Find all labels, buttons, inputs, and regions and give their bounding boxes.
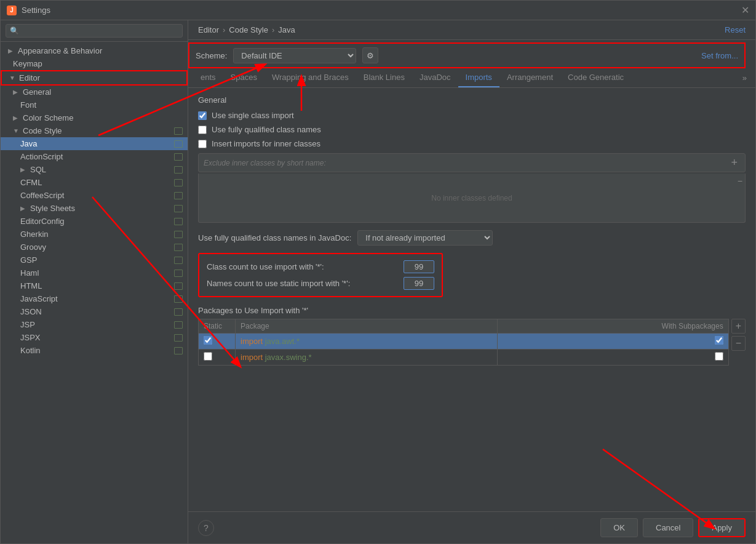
pkg-static-checkbox[interactable] (204, 336, 212, 345)
sidebar-item-json[interactable]: JSON (1, 305, 188, 318)
sidebar-item-label: EditorConfig (20, 217, 65, 226)
row-static (199, 334, 236, 350)
sidebar-tree: ▶ Appearance & Behavior Keymap ▼ Editor (1, 42, 188, 543)
sidebar-item-actionscript[interactable]: ActionScript (1, 150, 188, 163)
expand-arrow: ▶ (20, 205, 28, 212)
sidebar-item-kotlin[interactable]: Kotlin (1, 344, 188, 357)
packages-title: Packages to Use Import with '*' (198, 306, 746, 315)
add-row-button[interactable]: + (731, 319, 746, 334)
set-from-link[interactable]: Set from... (701, 51, 738, 60)
search-bar (1, 20, 188, 42)
tabs-more-button[interactable]: » (739, 69, 750, 87)
app-icon: J (7, 6, 17, 15)
row-static (199, 350, 236, 366)
sidebar-item-jsp[interactable]: JSP (1, 318, 188, 331)
sidebar-item-gsp[interactable]: GSP (1, 254, 188, 266)
sidebar-item-haml[interactable]: Haml (1, 266, 188, 279)
checkbox-inner-input[interactable] (198, 140, 207, 148)
row-package: import java.awt.* (236, 334, 498, 350)
tab-javadoc[interactable]: JavaDoc (412, 68, 458, 87)
sidebar-item-keymap[interactable]: Keymap (1, 57, 188, 70)
tab-blank-lines[interactable]: Blank Lines (356, 68, 412, 87)
remove-exclude-button[interactable]: − (738, 176, 742, 186)
sidebar-item-appearance[interactable]: ▶ Appearance & Behavior (1, 44, 188, 57)
checkbox-single-import-label: Use single class import (212, 111, 294, 120)
names-count-row: Names count to use static import with '*… (207, 277, 434, 290)
sidebar-item-editor[interactable]: ▼ Editor (1, 70, 188, 86)
checkbox-inner: Insert imports for inner classes (198, 139, 746, 148)
sidebar-item-javascript[interactable]: JavaScript (1, 292, 188, 305)
sidebar-item-java[interactable]: Java (1, 137, 188, 150)
scheme-select[interactable]: Default IDE (233, 48, 356, 63)
action-buttons: OK Cancel Apply (600, 518, 746, 537)
scheme-label: Scheme: (196, 51, 227, 60)
sidebar-item-stylesheets[interactable]: ▶ Style Sheets (1, 202, 188, 215)
copy-icon (174, 257, 183, 264)
sidebar-item-jspx[interactable]: JSPX (1, 331, 188, 344)
copy-icon (174, 205, 183, 212)
tab-code-generation[interactable]: Code Generatic (560, 68, 631, 87)
pkg-subpkg-checkbox[interactable] (715, 352, 723, 361)
row-subpackages (497, 334, 728, 350)
gear-button[interactable]: ⚙ (362, 47, 378, 63)
qualified-javadoc-select[interactable]: If not already imported Always Never (357, 230, 493, 246)
remove-row-button[interactable]: − (731, 336, 746, 351)
sidebar-item-label: Font (20, 100, 36, 110)
sidebar-item-label: CFML (20, 178, 42, 187)
checkbox-qualified-input[interactable] (198, 126, 207, 134)
search-input[interactable] (6, 24, 183, 38)
copy-icon (174, 153, 183, 161)
pkg-subpkg-checkbox[interactable] (715, 336, 723, 345)
sidebar-item-label: JSON (20, 307, 42, 316)
row-package: import javax.swing.* (236, 350, 498, 366)
copy-icon (174, 295, 183, 303)
sidebar-item-label: HTML (20, 281, 42, 290)
row-subpackages (497, 350, 728, 366)
ok-button[interactable]: OK (600, 518, 638, 537)
copy-icon (174, 127, 183, 135)
tab-imports[interactable]: Imports (458, 68, 499, 87)
tab-wrapping[interactable]: Wrapping and Braces (265, 68, 356, 87)
sidebar-item-label: GSP (20, 255, 37, 265)
tab-arrangement[interactable]: Arrangement (499, 68, 560, 87)
names-count-input[interactable] (404, 277, 434, 290)
table-row[interactable]: import java.awt.* (199, 334, 729, 350)
col-subpackages: With Subpackages (497, 319, 728, 334)
add-exclude-button[interactable]: + (728, 156, 740, 169)
empty-text: No inner classes defined (431, 194, 512, 202)
expand-arrow: ▶ (13, 114, 20, 121)
table-row[interactable]: import javax.swing.* (199, 350, 729, 366)
tab-spaces[interactable]: Spaces (223, 68, 265, 87)
class-count-row: Class count to use import with '*': (207, 260, 434, 273)
reset-link[interactable]: Reset (725, 25, 746, 34)
sidebar-item-label: Kotlin (20, 346, 41, 355)
tab-ents[interactable]: ents (193, 68, 223, 87)
cancel-button[interactable]: Cancel (643, 518, 693, 537)
sidebar-item-gherkin[interactable]: Gherkin (1, 228, 188, 241)
help-button[interactable]: ? (198, 520, 214, 536)
pkg-static-checkbox[interactable] (204, 352, 212, 361)
sidebar-item-sql[interactable]: ▶ SQL (1, 163, 188, 176)
checkbox-single-import-input[interactable] (198, 111, 207, 120)
checkbox-qualified: Use fully qualified class names (198, 125, 746, 134)
sidebar-item-code-style[interactable]: ▼ Code Style (1, 124, 188, 137)
sidebar-item-coffeescript[interactable]: CoffeeScript (1, 189, 188, 202)
close-button[interactable]: ✕ (741, 4, 749, 16)
copy-icon (174, 179, 183, 186)
sidebar-item-cfml[interactable]: CFML (1, 176, 188, 189)
apply-button[interactable]: Apply (698, 518, 746, 537)
checkbox-inner-label: Insert imports for inner classes (212, 139, 320, 148)
sidebar-item-html[interactable]: HTML (1, 279, 188, 292)
copy-icon (174, 244, 183, 251)
sidebar-item-general[interactable]: ▶ General (1, 86, 188, 98)
exclude-input[interactable] (204, 159, 723, 167)
sidebar-item-color-scheme[interactable]: ▶ Color Scheme (1, 111, 188, 124)
breadcrumb: Editor › Code Style › Java (198, 25, 295, 34)
sidebar-item-groovy[interactable]: Groovy (1, 241, 188, 254)
sidebar-item-label: Style Sheets (30, 204, 75, 213)
breadcrumb-codestyle: Code Style (229, 25, 268, 34)
class-count-input[interactable] (404, 260, 434, 273)
sidebar-item-font[interactable]: Font (1, 98, 188, 111)
copy-icon (174, 166, 183, 174)
sidebar-item-editorconfig[interactable]: EditorConfig (1, 215, 188, 228)
